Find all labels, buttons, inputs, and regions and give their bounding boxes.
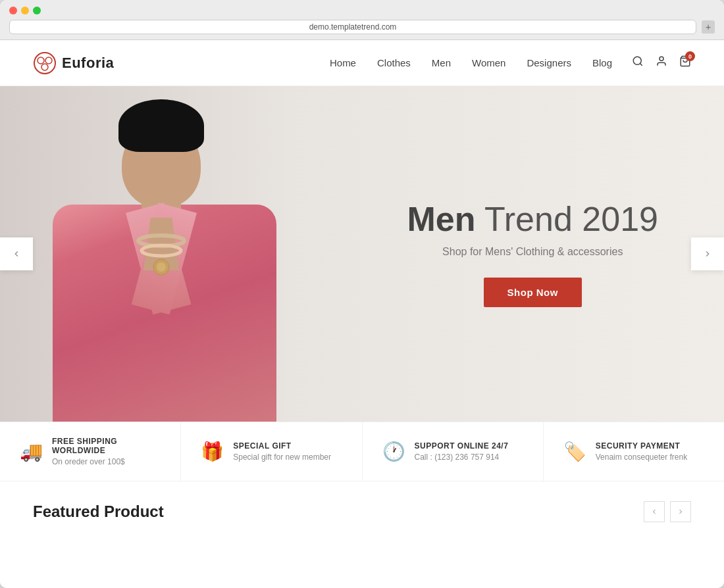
main-nav: Home Clothes Men Women Designers Blog: [330, 57, 612, 68]
svg-point-4: [633, 57, 641, 64]
nav-men[interactable]: Men: [432, 57, 451, 68]
hero-title: Men Trend 2019: [407, 201, 658, 238]
svg-point-2: [45, 57, 52, 64]
figure-hair: [118, 99, 204, 152]
logo[interactable]: Euforia: [33, 51, 114, 75]
logo-text: Euforia: [62, 55, 114, 72]
hero-model-figure: [33, 86, 316, 422]
nav-designers[interactable]: Designers: [527, 57, 571, 68]
feature-gift: 🎁 SPECIAL GIFT Special gift for new memb…: [181, 422, 362, 481]
feature-shipping: 🚚 FREE SHIPPING WORLDWIDE On oreder over…: [0, 422, 181, 481]
logo-icon: [33, 51, 57, 75]
cart-badge: 0: [685, 51, 695, 61]
cart-icon[interactable]: 0: [679, 55, 691, 70]
svg-point-1: [38, 57, 44, 64]
svg-point-3: [41, 64, 48, 70]
feature-shipping-title: FREE SHIPPING WORLDWIDE: [52, 437, 161, 455]
features-bar: 🚚 FREE SHIPPING WORLDWIDE On oreder over…: [0, 422, 724, 481]
svg-point-10: [157, 262, 166, 272]
feature-support: 🕐 SUPPORT ONLINE 24/7 Call : (123) 236 7…: [363, 422, 544, 481]
feature-security: 🏷️ SECURITY PAYMENT Venaim consequeter f…: [544, 422, 724, 481]
close-button[interactable]: [9, 7, 17, 14]
hero-content: Men Trend 2019 Shop for Mens' Clothing &…: [407, 201, 658, 307]
featured-nav: [644, 501, 691, 522]
feature-security-title: SECURITY PAYMENT: [596, 441, 687, 451]
feature-gift-desc: Special gift for new member: [233, 453, 331, 462]
nav-clothes[interactable]: Clothes: [377, 57, 411, 68]
feature-support-title: SUPPORT ONLINE 24/7: [415, 441, 509, 451]
featured-header: Featured Product: [33, 501, 691, 522]
hero-title-normal: Trend 2019: [475, 200, 658, 238]
nav-women[interactable]: Women: [472, 57, 505, 68]
feature-support-desc: Call : (123) 236 757 914: [415, 453, 509, 462]
search-icon[interactable]: [632, 55, 644, 70]
featured-section: Featured Product: [0, 481, 724, 535]
figure-necklace: [128, 228, 194, 280]
header-icons: 0: [632, 55, 691, 70]
new-tab-button[interactable]: +: [702, 20, 715, 34]
browser-chrome: demo.templatetrend.com +: [0, 0, 724, 40]
support-icon: 🕐: [382, 441, 405, 462]
feature-support-text: SUPPORT ONLINE 24/7 Call : (123) 236 757…: [415, 441, 509, 462]
nav-blog[interactable]: Blog: [592, 57, 612, 68]
browser-bar-row: demo.templatetrend.com +: [9, 20, 715, 34]
shipping-icon: 🚚: [20, 441, 43, 462]
site-header: Euforia Home Clothes Men Women Designers…: [0, 40, 724, 86]
feature-gift-title: SPECIAL GIFT: [233, 441, 331, 451]
hero-subtitle: Shop for Mens' Clothing & accessories: [407, 246, 658, 258]
gift-icon: 🎁: [201, 441, 224, 462]
featured-prev-button[interactable]: [644, 501, 665, 522]
security-icon: 🏷️: [563, 441, 586, 462]
user-icon[interactable]: [656, 55, 667, 70]
feature-security-desc: Venaim consequeter frenk: [596, 453, 687, 462]
minimize-button[interactable]: [21, 7, 29, 14]
slider-prev-button[interactable]: [0, 237, 33, 270]
shop-now-button[interactable]: Shop Now: [484, 278, 582, 307]
maximize-button[interactable]: [33, 7, 41, 14]
address-bar[interactable]: demo.templatetrend.com: [9, 20, 696, 34]
browser-buttons: [9, 7, 715, 14]
feature-security-text: SECURITY PAYMENT Venaim consequeter fren…: [596, 441, 687, 462]
hero-title-bold: Men: [407, 200, 475, 238]
hero-slider: Men Trend 2019 Shop for Mens' Clothing &…: [0, 86, 724, 422]
browser-window: demo.templatetrend.com + Euforia Home Cl…: [0, 0, 724, 588]
nav-home[interactable]: Home: [330, 57, 356, 68]
featured-next-button[interactable]: [670, 501, 691, 522]
feature-gift-text: SPECIAL GIFT Special gift for new member: [233, 441, 331, 462]
feature-shipping-desc: On oreder over 100$: [52, 457, 161, 466]
page-content: Euforia Home Clothes Men Women Designers…: [0, 40, 724, 588]
svg-point-8: [142, 245, 181, 256]
feature-shipping-text: FREE SHIPPING WORLDWIDE On oreder over 1…: [52, 437, 161, 466]
featured-title: Featured Product: [33, 502, 164, 521]
slider-next-button[interactable]: [691, 237, 724, 270]
svg-point-5: [659, 57, 663, 61]
